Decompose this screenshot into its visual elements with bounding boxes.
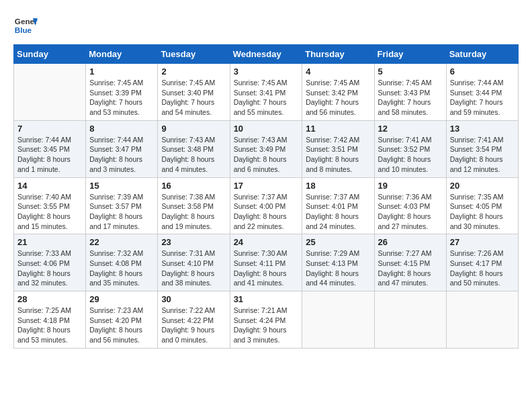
day-number: 19	[378, 181, 443, 191]
day-cell	[446, 291, 518, 349]
day-number: 2	[161, 66, 226, 77]
day-number: 15	[89, 181, 154, 191]
day-number: 16	[161, 181, 226, 191]
day-number: 30	[161, 294, 226, 304]
day-info: Sunrise: 7:33 AMSunset: 4:06 PMDaylight:…	[17, 248, 82, 288]
weekday-header-sunday: Sunday	[14, 45, 86, 64]
day-cell	[374, 291, 446, 349]
day-cell: 25 Sunrise: 7:29 AMSunset: 4:13 PMDaylig…	[302, 234, 374, 291]
day-number: 28	[17, 294, 82, 304]
day-number: 29	[89, 294, 154, 304]
day-number: 12	[378, 124, 443, 134]
day-cell: 6 Sunrise: 7:44 AMSunset: 3:44 PMDayligh…	[446, 64, 518, 121]
day-number: 24	[234, 237, 299, 247]
day-info: Sunrise: 7:37 AMSunset: 4:01 PMDaylight:…	[306, 192, 370, 232]
day-cell: 24 Sunrise: 7:30 AMSunset: 4:11 PMDaylig…	[230, 234, 302, 291]
day-info: Sunrise: 7:30 AMSunset: 4:11 PMDaylight:…	[234, 248, 299, 288]
day-cell	[14, 64, 86, 121]
day-number: 18	[306, 181, 370, 191]
day-info: Sunrise: 7:45 AMSunset: 3:40 PMDaylight:…	[161, 78, 226, 118]
day-cell: 10 Sunrise: 7:43 AMSunset: 3:49 PMDaylig…	[230, 120, 302, 177]
day-number: 27	[450, 237, 515, 247]
calendar: SundayMondayTuesdayWednesdayThursdayFrid…	[13, 44, 519, 349]
day-info: Sunrise: 7:26 AMSunset: 4:17 PMDaylight:…	[450, 248, 515, 288]
logo: General Blue	[13, 13, 38, 38]
day-info: Sunrise: 7:36 AMSunset: 4:03 PMDaylight:…	[378, 192, 443, 232]
logo-icon: General Blue	[13, 13, 38, 38]
day-number: 3	[234, 66, 299, 77]
day-cell: 16 Sunrise: 7:38 AMSunset: 3:58 PMDaylig…	[158, 177, 230, 234]
week-row-3: 14 Sunrise: 7:40 AMSunset: 3:55 PMDaylig…	[14, 177, 519, 234]
weekday-header-friday: Friday	[374, 45, 446, 64]
day-info: Sunrise: 7:27 AMSunset: 4:15 PMDaylight:…	[378, 248, 443, 288]
day-cell: 21 Sunrise: 7:33 AMSunset: 4:06 PMDaylig…	[14, 234, 86, 291]
header: General Blue	[13, 13, 519, 38]
day-cell	[302, 291, 374, 349]
day-info: Sunrise: 7:40 AMSunset: 3:55 PMDaylight:…	[17, 192, 82, 232]
day-number: 13	[450, 124, 515, 134]
day-number: 22	[89, 237, 154, 247]
day-info: Sunrise: 7:42 AMSunset: 3:51 PMDaylight:…	[306, 135, 370, 175]
day-info: Sunrise: 7:23 AMSunset: 4:20 PMDaylight:…	[89, 306, 154, 345]
day-cell: 17 Sunrise: 7:37 AMSunset: 4:00 PMDaylig…	[230, 177, 302, 234]
day-cell: 5 Sunrise: 7:45 AMSunset: 3:43 PMDayligh…	[374, 64, 446, 121]
day-info: Sunrise: 7:41 AMSunset: 3:54 PMDaylight:…	[450, 135, 515, 175]
day-info: Sunrise: 7:45 AMSunset: 3:39 PMDaylight:…	[89, 78, 154, 118]
day-cell: 23 Sunrise: 7:31 AMSunset: 4:10 PMDaylig…	[158, 234, 230, 291]
day-info: Sunrise: 7:44 AMSunset: 3:47 PMDaylight:…	[89, 135, 154, 175]
day-number: 14	[17, 181, 82, 191]
day-cell: 14 Sunrise: 7:40 AMSunset: 3:55 PMDaylig…	[14, 177, 86, 234]
day-info: Sunrise: 7:45 AMSunset: 3:41 PMDaylight:…	[234, 78, 299, 118]
day-cell: 11 Sunrise: 7:42 AMSunset: 3:51 PMDaylig…	[302, 120, 374, 177]
day-cell: 27 Sunrise: 7:26 AMSunset: 4:17 PMDaylig…	[446, 234, 518, 291]
day-cell: 15 Sunrise: 7:39 AMSunset: 3:57 PMDaylig…	[86, 177, 158, 234]
day-info: Sunrise: 7:29 AMSunset: 4:13 PMDaylight:…	[306, 248, 370, 288]
day-cell: 18 Sunrise: 7:37 AMSunset: 4:01 PMDaylig…	[302, 177, 374, 234]
day-info: Sunrise: 7:37 AMSunset: 4:00 PMDaylight:…	[234, 192, 299, 232]
day-number: 7	[17, 124, 82, 134]
day-cell: 30 Sunrise: 7:22 AMSunset: 4:22 PMDaylig…	[158, 291, 230, 349]
day-cell: 4 Sunrise: 7:45 AMSunset: 3:42 PMDayligh…	[302, 64, 374, 121]
svg-text:Blue: Blue	[15, 26, 32, 34]
day-cell: 20 Sunrise: 7:35 AMSunset: 4:05 PMDaylig…	[446, 177, 518, 234]
day-cell: 29 Sunrise: 7:23 AMSunset: 4:20 PMDaylig…	[86, 291, 158, 349]
day-number: 5	[378, 66, 443, 77]
day-number: 25	[306, 237, 370, 247]
day-info: Sunrise: 7:43 AMSunset: 3:49 PMDaylight:…	[234, 135, 299, 175]
day-info: Sunrise: 7:45 AMSunset: 3:42 PMDaylight:…	[306, 78, 370, 118]
day-number: 21	[17, 237, 82, 247]
day-cell: 3 Sunrise: 7:45 AMSunset: 3:41 PMDayligh…	[230, 64, 302, 121]
weekday-header-tuesday: Tuesday	[158, 45, 230, 64]
day-info: Sunrise: 7:44 AMSunset: 3:44 PMDaylight:…	[450, 78, 515, 118]
weekday-header-thursday: Thursday	[302, 45, 374, 64]
day-cell: 2 Sunrise: 7:45 AMSunset: 3:40 PMDayligh…	[158, 64, 230, 121]
day-cell: 8 Sunrise: 7:44 AMSunset: 3:47 PMDayligh…	[86, 120, 158, 177]
day-info: Sunrise: 7:21 AMSunset: 4:24 PMDaylight:…	[234, 306, 299, 345]
day-cell: 19 Sunrise: 7:36 AMSunset: 4:03 PMDaylig…	[374, 177, 446, 234]
week-row-2: 7 Sunrise: 7:44 AMSunset: 3:45 PMDayligh…	[14, 120, 519, 177]
day-number: 11	[306, 124, 370, 134]
weekday-header-wednesday: Wednesday	[230, 45, 302, 64]
day-info: Sunrise: 7:41 AMSunset: 3:52 PMDaylight:…	[378, 135, 443, 175]
day-info: Sunrise: 7:31 AMSunset: 4:10 PMDaylight:…	[161, 248, 226, 288]
week-row-5: 28 Sunrise: 7:25 AMSunset: 4:18 PMDaylig…	[14, 291, 519, 349]
week-row-4: 21 Sunrise: 7:33 AMSunset: 4:06 PMDaylig…	[14, 234, 519, 291]
day-cell: 22 Sunrise: 7:32 AMSunset: 4:08 PMDaylig…	[86, 234, 158, 291]
day-cell: 28 Sunrise: 7:25 AMSunset: 4:18 PMDaylig…	[14, 291, 86, 349]
day-cell: 7 Sunrise: 7:44 AMSunset: 3:45 PMDayligh…	[14, 120, 86, 177]
day-number: 31	[234, 294, 299, 304]
day-info: Sunrise: 7:35 AMSunset: 4:05 PMDaylight:…	[450, 192, 515, 232]
day-cell: 13 Sunrise: 7:41 AMSunset: 3:54 PMDaylig…	[446, 120, 518, 177]
day-number: 8	[89, 124, 154, 134]
day-cell: 12 Sunrise: 7:41 AMSunset: 3:52 PMDaylig…	[374, 120, 446, 177]
day-number: 10	[234, 124, 299, 134]
day-cell: 31 Sunrise: 7:21 AMSunset: 4:24 PMDaylig…	[230, 291, 302, 349]
day-info: Sunrise: 7:38 AMSunset: 3:58 PMDaylight:…	[161, 192, 226, 232]
day-number: 23	[161, 237, 226, 247]
day-number: 1	[89, 66, 154, 77]
day-cell: 26 Sunrise: 7:27 AMSunset: 4:15 PMDaylig…	[374, 234, 446, 291]
day-number: 6	[450, 66, 515, 77]
day-info: Sunrise: 7:45 AMSunset: 3:43 PMDaylight:…	[378, 78, 443, 118]
weekday-header-saturday: Saturday	[446, 45, 518, 64]
day-number: 17	[234, 181, 299, 191]
